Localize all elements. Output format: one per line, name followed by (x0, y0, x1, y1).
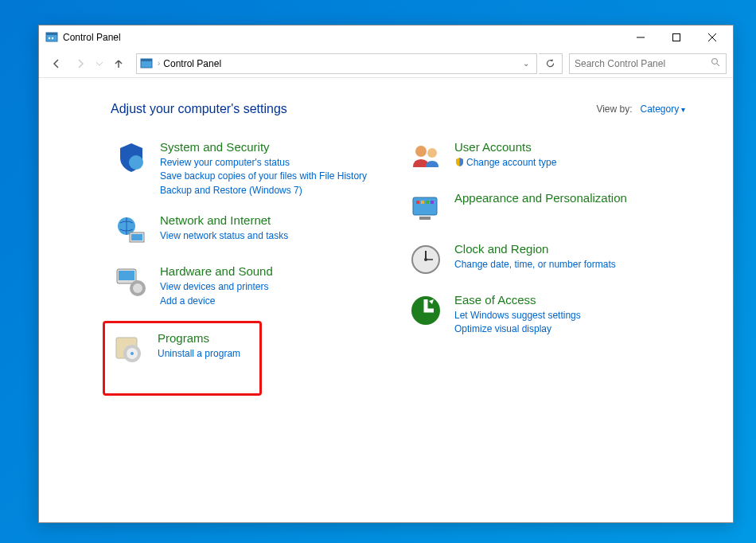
category-title-clock[interactable]: Clock and Region (454, 242, 616, 256)
category-ease: Ease of Access Let Windows suggest setti… (405, 290, 684, 340)
link-ease-1[interactable]: Optimize visual display (454, 322, 581, 336)
content-area: Adjust your computer's settings View by:… (39, 78, 733, 522)
control-panel-icon (140, 57, 153, 70)
minimize-button[interactable] (622, 26, 658, 49)
clock-icon[interactable] (408, 242, 443, 277)
chevron-right-icon: › (158, 59, 160, 68)
link-hardware-0[interactable]: View devices and printers (160, 280, 273, 294)
search-icon (711, 57, 721, 71)
window-title: Control Panel (63, 32, 622, 43)
address-bar[interactable]: › Control Panel ⌄ (136, 53, 537, 74)
category-title-appearance[interactable]: Appearance and Personalization (454, 191, 627, 205)
link-hardware-1[interactable]: Add a device (160, 295, 273, 308)
link-system-1[interactable]: Save backup copies of your files with Fi… (160, 170, 367, 183)
svg-point-24 (415, 146, 427, 157)
svg-rect-5 (672, 34, 680, 41)
category-appearance: Appearance and Personalization (405, 188, 684, 229)
svg-rect-27 (416, 201, 419, 204)
system-icon[interactable] (114, 140, 149, 175)
page-title: Adjust your computer's settings (111, 102, 596, 116)
svg-rect-15 (131, 234, 142, 240)
svg-point-12 (129, 155, 143, 170)
svg-point-23 (131, 352, 134, 355)
link-network-0[interactable]: View network status and tasks (160, 229, 288, 243)
category-title-ease[interactable]: Ease of Access (454, 293, 581, 307)
svg-rect-9 (141, 59, 152, 61)
forward-button[interactable] (69, 53, 92, 75)
search-box[interactable] (569, 53, 727, 74)
category-title-user[interactable]: User Accounts (454, 140, 556, 154)
link-system-0[interactable]: Review your computer's status (160, 156, 367, 170)
category-title-network[interactable]: Network and Internet (160, 213, 288, 227)
user-icon[interactable] (408, 140, 443, 175)
right-column: User Accounts Change account type Appear… (405, 137, 684, 396)
svg-rect-29 (426, 201, 429, 204)
svg-rect-1 (46, 33, 57, 35)
category-clock: Clock and Region Change date, time, or n… (405, 239, 684, 280)
svg-line-11 (717, 64, 719, 66)
svg-rect-30 (431, 201, 434, 204)
svg-point-3 (52, 37, 53, 39)
svg-rect-26 (413, 197, 437, 215)
category-system: System and Security Review your computer… (111, 137, 389, 201)
hardware-icon[interactable] (114, 264, 149, 299)
refresh-button[interactable] (539, 53, 563, 74)
link-ease-0[interactable]: Let Windows suggest settings (454, 309, 581, 322)
link-clock-0[interactable]: Change date, time, or number formats (454, 258, 616, 272)
up-button[interactable] (107, 53, 130, 75)
breadcrumb[interactable]: Control Panel (163, 58, 519, 69)
svg-point-25 (427, 148, 437, 158)
recent-dropdown[interactable] (93, 53, 106, 75)
svg-rect-17 (119, 271, 134, 280)
svg-point-10 (712, 58, 718, 64)
maximize-button[interactable] (658, 26, 694, 49)
back-button[interactable] (45, 53, 68, 75)
category-user: User Accounts Change account type (405, 137, 684, 178)
category-title-programs[interactable]: Programs (158, 331, 240, 345)
left-column: System and Security Review your computer… (111, 137, 389, 396)
address-dropdown[interactable]: ⌄ (519, 59, 533, 68)
category-programs: Programs Uninstall a program (108, 328, 256, 369)
category-network: Network and Internet View network status… (111, 210, 389, 252)
navigation-bar: › Control Panel ⌄ (39, 49, 733, 78)
close-button[interactable] (694, 26, 730, 49)
link-system-2[interactable]: Backup and Restore (Windows 7) (160, 184, 367, 197)
titlebar: Control Panel (39, 25, 733, 49)
network-icon[interactable] (114, 213, 149, 248)
link-user-0[interactable]: Change account type (454, 156, 556, 170)
svg-point-19 (133, 283, 142, 293)
control-panel-window: Control Panel › Control Panel ⌄ (38, 25, 734, 523)
svg-rect-31 (419, 217, 431, 220)
viewby-dropdown[interactable]: Category (641, 104, 685, 115)
svg-rect-28 (421, 201, 424, 204)
link-programs-0[interactable]: Uninstall a program (158, 347, 240, 361)
shield-icon (454, 157, 465, 167)
category-hardware: Hardware and Sound View devices and prin… (111, 261, 389, 311)
viewby-label: View by: (596, 104, 632, 115)
svg-point-35 (424, 258, 427, 261)
category-title-hardware[interactable]: Hardware and Sound (160, 264, 273, 278)
category-title-system[interactable]: System and Security (160, 140, 367, 154)
programs-icon[interactable] (111, 331, 146, 366)
ease-icon[interactable] (408, 293, 443, 328)
appearance-icon[interactable] (408, 191, 443, 226)
search-input[interactable] (575, 58, 711, 69)
svg-point-2 (49, 37, 50, 39)
control-panel-icon (45, 31, 58, 44)
